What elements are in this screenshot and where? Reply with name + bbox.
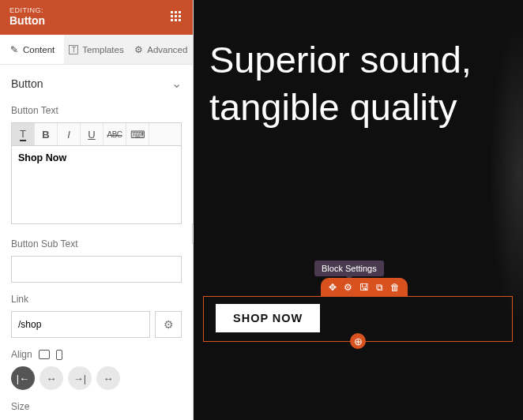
delete-icon[interactable]: 🗑 <box>390 282 400 293</box>
sub-text-input[interactable] <box>11 256 182 283</box>
editor-sidebar: EDITING: Button ✎ Content 🅃 Templates ⚙ … <box>0 0 194 420</box>
rte-keyboard-button[interactable]: ⌨ <box>126 123 149 145</box>
rte-textcolor-button[interactable]: T <box>12 123 35 145</box>
align-right-button[interactable]: →| <box>68 366 92 390</box>
block-toolbar: ✥ ⚙ 🖫 ⧉ 🗑 <box>321 278 408 297</box>
content-panel: Button ⌄ Button Text T B I U ABC ⌨ Butto… <box>0 65 193 418</box>
section-title: Button <box>11 77 43 90</box>
move-icon[interactable]: ✥ <box>329 282 337 293</box>
block-settings-tooltip: Block Settings <box>314 261 384 276</box>
rte-toolbar: T B I U ABC ⌨ <box>11 122 182 145</box>
apps-grid-icon[interactable] <box>171 11 183 24</box>
button-text-input[interactable] <box>11 145 182 224</box>
sidebar-header: EDITING: Button <box>0 0 193 35</box>
selected-block-frame[interactable]: Block Settings ✥ ⚙ 🖫 ⧉ 🗑 SHOP NOW ⊕ <box>203 296 513 342</box>
rte-bold-button[interactable]: B <box>35 123 58 145</box>
link-settings-button[interactable]: ⚙ <box>155 311 182 338</box>
canvas-preview[interactable]: Superior sound, tangible quality Block S… <box>194 0 523 420</box>
size-label: Size <box>11 401 182 412</box>
link-label: Link <box>11 294 182 305</box>
save-icon[interactable]: 🖫 <box>359 282 369 293</box>
sliders-icon: ⚙ <box>134 45 143 54</box>
rte-underline-button[interactable]: U <box>81 123 103 145</box>
link-input[interactable] <box>11 311 150 338</box>
add-block-button[interactable]: ⊕ <box>350 333 366 349</box>
desktop-icon[interactable] <box>39 350 50 359</box>
mobile-icon[interactable] <box>56 350 62 360</box>
rte-strike-button[interactable]: ABC <box>103 123 126 145</box>
sub-text-label: Button Sub Text <box>11 238 182 249</box>
section-header-button[interactable]: Button ⌄ <box>11 76 182 91</box>
gear-icon: ⚙ <box>164 318 174 331</box>
button-text-label: Button Text <box>11 105 182 116</box>
align-stretch-button[interactable]: ↔ <box>96 366 120 390</box>
duplicate-icon[interactable]: ⧉ <box>376 282 383 293</box>
align-center-button[interactable]: ↔ <box>40 366 63 390</box>
tab-templates[interactable]: 🅃 Templates <box>64 35 128 64</box>
tab-advanced[interactable]: ⚙ Advanced <box>129 35 193 64</box>
align-label: Align <box>11 349 32 360</box>
editing-label: EDITING: <box>9 7 45 15</box>
shop-now-button[interactable]: SHOP NOW <box>216 304 320 332</box>
chevron-down-icon: ⌄ <box>171 76 182 91</box>
hero-heading[interactable]: Superior sound, tangible quality <box>209 36 523 131</box>
element-name: Button <box>9 15 45 27</box>
settings-icon[interactable]: ⚙ <box>344 282 352 293</box>
pencil-icon: ✎ <box>9 45 19 54</box>
templates-icon: 🅃 <box>69 45 78 54</box>
align-left-button[interactable]: |← <box>11 366 35 390</box>
rte-italic-button[interactable]: I <box>58 123 81 145</box>
tab-content[interactable]: ✎ Content <box>0 35 64 64</box>
tab-bar: ✎ Content 🅃 Templates ⚙ Advanced <box>0 35 193 65</box>
align-options: |← ↔ →| ↔ <box>11 366 182 390</box>
